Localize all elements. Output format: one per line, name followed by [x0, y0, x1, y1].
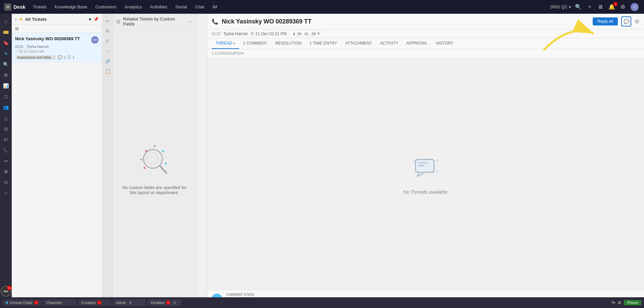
date-text: 21 Dec 02:21 PM [256, 32, 287, 36]
ticket-number-detail: #115 [212, 32, 221, 36]
tag-count: 1 [64, 55, 66, 59]
nav-im[interactable]: IM [209, 3, 220, 11]
tab-activity[interactable]: ACTIVITY [376, 38, 402, 49]
puzzle-sidebar-icon[interactable]: ⊕ [1, 167, 11, 177]
search-nav-icon[interactable]: 🔍 [574, 3, 583, 11]
ticket-phone-icon: 📞 [212, 18, 218, 25]
zoom-sidebar-icon[interactable]: ⊙ [1, 177, 11, 187]
svg-point-13 [436, 159, 438, 161]
tab-comment[interactable]: 1 COMMENT [239, 38, 271, 49]
rig-avatar-sidebar[interactable]: RIG 50 [1, 286, 11, 297]
logo-icon: ⊡ [4, 3, 11, 11]
search-sidebar-icon[interactable]: 🔍 [1, 59, 11, 69]
edit-nav-icon[interactable]: ✎ [1, 49, 11, 59]
nav-activities[interactable]: Activities [147, 3, 170, 11]
vert-settings-icon[interactable]: ⚙ [103, 26, 112, 35]
related-tickets-section: ↩ ⚙ ↻ ↔ 🔗 📋 ⊡ Related Tickets by Custom … [102, 14, 207, 308]
ticket-item[interactable]: Nick Yasinsky WO 00289369 TT KB #115 Tys… [12, 33, 102, 63]
tab-time-entry[interactable]: 1 TIME ENTRY [306, 38, 341, 49]
related-panel-more-icon[interactable]: ⋯ [187, 18, 193, 25]
nav-analytics[interactable]: Analytics [121, 3, 145, 11]
ticket-timer: ⏸ 00 : 01 : 08 ↻ [289, 31, 323, 37]
app-name: Desk [13, 4, 25, 10]
tag-sidebar-icon[interactable]: 🏷 [1, 134, 11, 144]
users-sidebar-icon[interactable]: 👥 [1, 102, 11, 112]
nav-social[interactable]: Social [172, 3, 190, 11]
taskbar-deskbot[interactable]: Deskbot 3 ✕ [148, 299, 181, 306]
related-panel-body: No custom fields are specified for this … [113, 29, 196, 308]
tab-history[interactable]: HISTORY [432, 38, 458, 49]
message-icon-button[interactable]: 💬 [621, 16, 631, 26]
svg-point-3 [145, 150, 147, 152]
taskbar-contacts[interactable]: Contacts 2 [78, 300, 111, 306]
home-nav-icon[interactable]: ⌂ [1, 16, 11, 26]
reply-all-button[interactable]: Reply All [593, 17, 618, 25]
notification-nav-icon[interactable]: 🔔 1 [607, 3, 616, 11]
svg-point-1 [146, 152, 158, 164]
nav-chat[interactable]: Chat [192, 3, 208, 11]
nav-tickets[interactable]: Tickets [30, 3, 50, 11]
svg-point-6 [165, 163, 167, 165]
list-count: 1 [72, 55, 74, 59]
avatar-nav[interactable]: U [629, 2, 640, 12]
pin-icon[interactable]: 📌 [93, 17, 99, 22]
star-sidebar-icon[interactable]: ☆ [1, 188, 11, 198]
tab-resolution[interactable]: RESOLUTION [271, 38, 306, 49]
svg-point-14 [436, 170, 438, 172]
app-logo[interactable]: ⊡ Desk [4, 3, 25, 11]
vert-refresh-icon[interactable]: ↻ [103, 37, 112, 45]
more-sidebar-icon[interactable]: ••• [1, 156, 11, 166]
settings-nav-icon[interactable]: ⚙ [619, 3, 627, 11]
icon-sidebar: ⌂ 🎫 🔖 ✎ 🔍 ⚙ 📊 ◻ 👥 △ ◎ 🏷 📞 ••• ⊕ ⊙ ☆ RIG … [0, 14, 12, 308]
refresh-icon[interactable]: ↻ [317, 32, 320, 36]
zoom-level[interactable]: 7▾ [611, 300, 615, 305]
vert-doc-icon[interactable]: 📋 [103, 67, 112, 75]
tickets-nav-icon[interactable]: 🎫 [1, 27, 11, 37]
related-empty-message: No custom fields are specified for this … [120, 185, 189, 195]
alert-sidebar-icon[interactable]: △ [1, 113, 11, 123]
grid-icon[interactable]: ⊞ [618, 300, 621, 305]
shield-sidebar-icon[interactable]: ◎ [1, 124, 11, 134]
thread-tab-chevron: ▾ [233, 42, 235, 45]
desk-channel-close[interactable]: ✕ [129, 300, 132, 305]
taskbar-desk-channel[interactable]: #desk ✕ [113, 299, 146, 306]
ticket-title: Nick Yasinsky WO 00289369 TT [15, 36, 91, 41]
ticket-meta: #115 Tysha Harrod [15, 45, 99, 49]
deskbot-close[interactable]: ✕ [173, 300, 176, 305]
unread-chats-label: Unread Chats [10, 301, 33, 305]
user-account[interactable]: DRIG QC ▾ [550, 5, 571, 9]
tab-approval[interactable]: APPROVAL [402, 38, 432, 49]
nav-customers[interactable]: Customers [92, 3, 120, 11]
ticket-agent-avatar: KB [91, 36, 99, 44]
no-threads-illustration [411, 153, 441, 184]
nav-knowledge-base[interactable]: Knowledge Base [51, 3, 91, 11]
bookmark-nav-icon[interactable]: 🔖 [1, 38, 11, 48]
taskbar: Unread Chats 2 Channels Contacts 2 #desk… [0, 297, 644, 308]
title-dropdown-icon[interactable]: ▾ [89, 17, 91, 22]
no-threads-text: No Threads available [403, 189, 447, 195]
phone-sidebar-icon[interactable]: 📞 [1, 145, 11, 155]
columns-icon[interactable]: ⊞ [15, 26, 19, 31]
favorite-star-icon[interactable]: ★ [19, 16, 23, 22]
add-nav-icon[interactable]: ＋ [586, 3, 594, 11]
box-sidebar-icon[interactable]: ◻ [1, 91, 11, 102]
monitor-nav-icon[interactable]: 🖥 [596, 3, 604, 11]
taskbar-unread-chats[interactable]: Unread Chats 2 [3, 300, 42, 306]
vert-back-icon[interactable]: ↩ [103, 16, 112, 25]
contacts-label: Contacts [81, 301, 96, 305]
chart-sidebar-icon[interactable]: 📊 [1, 81, 11, 91]
ticket-tags: Assessment and Initial ... 💬 1 ☰ 1 [15, 55, 99, 60]
tab-thread[interactable]: THREAD ▾ [212, 38, 239, 49]
vert-link-icon[interactable]: 🔗 [103, 57, 112, 65]
gear-sidebar-icon[interactable]: ⚙ [1, 70, 11, 80]
back-button[interactable]: ‹ [15, 16, 17, 22]
tab-attachment[interactable]: ATTACHMENT [341, 38, 376, 49]
vertical-icon-bar: ↩ ⚙ ↻ ↔ 🔗 📋 [102, 14, 113, 308]
svg-point-12 [413, 160, 415, 162]
taskbar-channels[interactable]: Channels [43, 300, 76, 306]
ticket-settings-icon[interactable]: ⚙ [635, 18, 639, 25]
vert-expand-icon[interactable]: ↔ [103, 47, 112, 55]
deskbot-badge: 3 [166, 301, 170, 305]
ticket-list-panel: ‹ ★ All Tickets ▾ 📌 ⊞ Nick Yasinsky WO 0… [12, 14, 102, 308]
phone-button[interactable]: Phone [624, 300, 641, 305]
